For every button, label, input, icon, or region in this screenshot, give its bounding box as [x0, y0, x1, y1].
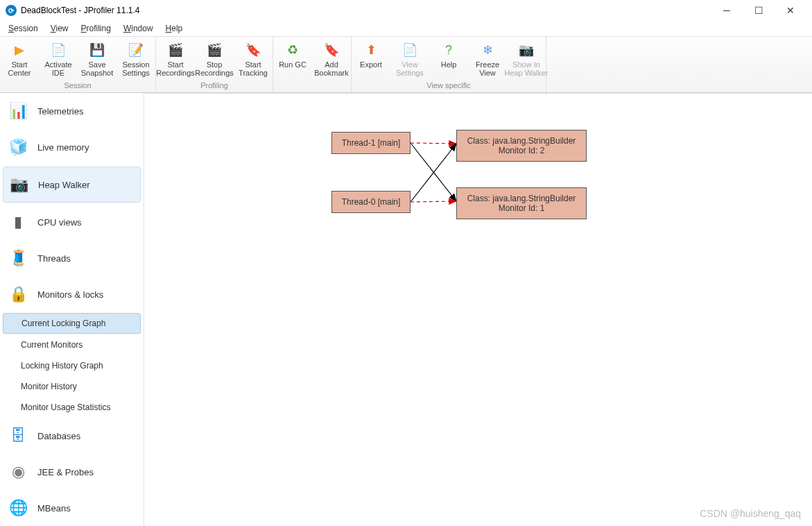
cpu-views-icon: ▮ — [8, 212, 28, 232]
help-label: Help — [441, 60, 457, 69]
maximize-button[interactable]: ☐ — [743, 0, 775, 21]
sidebar-item-label: Heap Walker — [38, 180, 90, 190]
svg-line-1 — [411, 143, 456, 201]
start-tracking-icon: 🔖 — [244, 41, 262, 59]
graph-node-monitor1[interactable]: Class: java.lang.StringBuilder Monitor I… — [456, 187, 587, 219]
toolbar-group-label: Session — [0, 80, 155, 92]
add-bookmark-label: Add Bookmark — [314, 60, 349, 77]
toolbar-group-label: View specific — [352, 80, 546, 92]
menu-view[interactable]: View — [45, 22, 74, 35]
close-button[interactable]: ✕ — [775, 0, 806, 21]
sidebar-item-heap-walker[interactable]: 📷Heap Walker — [3, 167, 141, 203]
help-button[interactable]: ?Help — [429, 37, 468, 80]
activate-ide-label: Activate IDE — [44, 60, 71, 77]
sidebar-item-label: Telemetries — [37, 106, 83, 117]
toolbar: ▶Start Center📄Activate IDE💾Save Snapshot… — [0, 36, 812, 93]
menubar: SessionViewProfilingWindowHelp — [0, 21, 812, 36]
export-button[interactable]: ⬆Export — [352, 37, 390, 80]
monitors-locks-icon: 🔒 — [8, 285, 28, 304]
sidebar-item-mbeans[interactable]: 🌐MBeans — [0, 490, 144, 526]
view-settings-label: View Settings — [396, 60, 424, 77]
svg-line-2 — [411, 144, 456, 202]
graph-node-monitor2[interactable]: Class: java.lang.StringBuilder Monitor I… — [456, 130, 587, 162]
sidebar-item-threads[interactable]: 🧵Threads — [0, 240, 144, 276]
stop-recordings-button[interactable]: 🎬Stop Recordings — [195, 37, 234, 80]
threads-icon: 🧵 — [8, 248, 28, 268]
heap-walker-icon: 📷 — [9, 175, 28, 194]
menu-window[interactable]: Window — [118, 22, 159, 35]
sidebar-item-monitors-locks[interactable]: 🔒Monitors & locks — [0, 276, 144, 312]
stop-recordings-icon: 🎬 — [205, 41, 223, 59]
toolbar-group-label — [273, 80, 351, 84]
add-bookmark-button[interactable]: 🔖Add Bookmark — [312, 37, 351, 80]
freeze-view-label: Freeze View — [476, 60, 499, 77]
svg-line-3 — [411, 201, 456, 202]
sidebar-sub-monitor-usage-statistics[interactable]: Monitor Usage Statistics — [0, 397, 144, 418]
session-settings-icon: 📝 — [127, 41, 145, 59]
export-icon: ⬆ — [362, 41, 380, 59]
session-settings-button[interactable]: 📝Session Settings — [116, 37, 155, 80]
jee-probes-icon: ◉ — [8, 462, 28, 482]
start-tracking-label: Start Tracking — [239, 60, 268, 77]
sidebar-item-telemetries[interactable]: 📊Telemetries — [0, 93, 144, 129]
sidebar-item-label: JEE & Probes — [37, 467, 94, 477]
mbeans-icon: 🌐 — [8, 498, 28, 518]
sidebar-item-label: Threads — [37, 253, 71, 264]
graph-node-thread1[interactable]: Thread-1 [main] — [331, 132, 411, 154]
menu-session[interactable]: Session — [3, 22, 44, 35]
stop-recordings-label: Stop Recordings — [195, 60, 234, 77]
window-title: DeadBlockTest - JProfiler 11.1.4 — [21, 6, 711, 15]
sidebar-item-jee-probes[interactable]: ◉JEE & Probes — [0, 454, 144, 490]
sidebar-item-cpu-views[interactable]: ▮CPU views — [0, 204, 144, 240]
telemetries-icon: 📊 — [8, 101, 28, 121]
sidebar-sub-current-monitors[interactable]: Current Monitors — [0, 334, 144, 355]
workspace: 📊Telemetries🧊Live memory📷Heap Walker▮CPU… — [0, 93, 812, 526]
run-gc-icon: ♻ — [284, 41, 302, 59]
menu-help[interactable]: Help — [160, 22, 189, 35]
start-recordings-button[interactable]: 🎬Start Recordings — [156, 37, 195, 80]
sidebar-item-label: MBeans — [37, 503, 71, 514]
sidebar-item-label: Databases — [37, 431, 80, 441]
add-bookmark-icon: 🔖 — [322, 41, 340, 59]
sidebar-sub-locking-history-graph[interactable]: Locking History Graph — [0, 355, 144, 376]
sidebar-item-live-memory[interactable]: 🧊Live memory — [0, 129, 144, 165]
minimize-button[interactable]: ─ — [711, 0, 743, 21]
sidebar-item-databases[interactable]: 🗄Databases — [0, 418, 144, 454]
app-icon: ⟳ — [6, 5, 17, 16]
show-in-heap-walker-label: Show In Heap Walker — [504, 60, 548, 77]
run-gc-button[interactable]: ♻Run GC — [273, 37, 312, 80]
run-gc-label: Run GC — [279, 60, 306, 69]
databases-icon: 🗄 — [8, 426, 28, 446]
save-snapshot-icon: 💾 — [88, 41, 106, 59]
export-label: Export — [360, 60, 382, 69]
live-memory-icon: 🧊 — [8, 137, 28, 157]
graph-node-thread0[interactable]: Thread-0 [main] — [331, 191, 411, 213]
sidebar-item-label: CPU views — [37, 217, 82, 228]
sidebar-sub-current-locking-graph[interactable]: Current Locking Graph — [3, 313, 141, 334]
start-center-icon: ▶ — [10, 41, 28, 59]
sidebar-item-label: Live memory — [37, 142, 89, 153]
menu-profiling[interactable]: Profiling — [76, 22, 116, 35]
svg-line-0 — [411, 143, 456, 144]
view-settings-icon: 📄 — [401, 41, 419, 59]
show-in-heap-walker-button: 📷Show In Heap Walker — [507, 37, 546, 80]
start-center-label: Start Center — [8, 60, 31, 77]
start-recordings-icon: 🎬 — [166, 41, 184, 59]
toolbar-group-label: Profiling — [156, 80, 273, 92]
start-center-button[interactable]: ▶Start Center — [0, 37, 39, 80]
activate-ide-button[interactable]: 📄Activate IDE — [39, 37, 78, 80]
graph-canvas[interactable]: Thread-1 [main]Thread-0 [main]Class: jav… — [144, 93, 812, 526]
start-recordings-label: Start Recordings — [156, 60, 195, 77]
titlebar: ⟳ DeadBlockTest - JProfiler 11.1.4 ─ ☐ ✕ — [0, 0, 812, 21]
freeze-view-button[interactable]: ❄Freeze View — [468, 37, 507, 80]
freeze-view-icon: ❄ — [478, 41, 496, 59]
sidebar-item-label: Monitors & locks — [37, 289, 103, 300]
save-snapshot-label: Save Snapshot — [81, 60, 113, 77]
session-settings-label: Session Settings — [122, 60, 150, 77]
start-tracking-button[interactable]: 🔖Start Tracking — [234, 37, 273, 80]
save-snapshot-button[interactable]: 💾Save Snapshot — [78, 37, 116, 80]
sidebar: 📊Telemetries🧊Live memory📷Heap Walker▮CPU… — [0, 93, 144, 526]
sidebar-sub-monitor-history[interactable]: Monitor History — [0, 376, 144, 397]
show-in-heap-walker-icon: 📷 — [517, 41, 535, 59]
help-icon: ? — [440, 41, 458, 59]
